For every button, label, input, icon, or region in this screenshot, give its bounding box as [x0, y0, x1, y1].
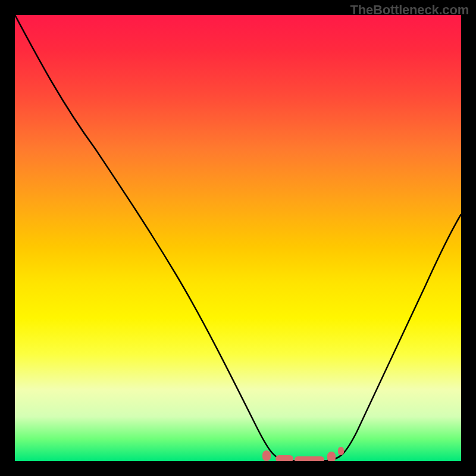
valley-marker-dot-right — [327, 452, 336, 461]
valley-marker-tail — [338, 447, 344, 455]
chart-frame: TheBottleneck.com — [0, 0, 476, 476]
gradient-background — [15, 15, 461, 461]
valley-marker-dot-left — [262, 450, 271, 461]
plot-area — [15, 15, 461, 461]
valley-marker-segment-1 — [275, 455, 293, 461]
valley-marker-segment-2 — [295, 456, 324, 461]
